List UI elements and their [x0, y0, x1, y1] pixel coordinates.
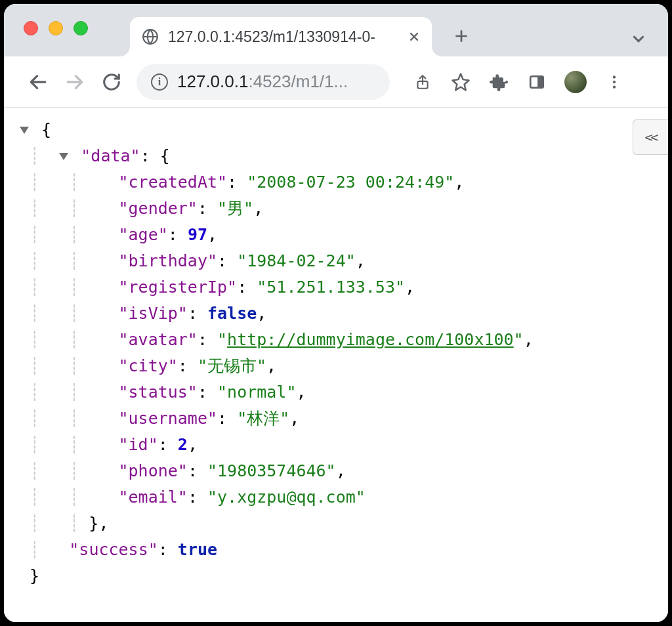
menu-button[interactable]	[604, 72, 625, 93]
json-field-status: ┊ ┊ "status": "normal",	[20, 379, 652, 406]
tab-title: 127.0.0.1:4523/m1/1330914-0-	[168, 28, 399, 46]
json-field-city: ┊ ┊ "city": "无锡市",	[20, 353, 652, 379]
extensions-button[interactable]	[488, 72, 509, 93]
json-success-line: ┊ "success": true	[20, 537, 652, 563]
minimize-window-button[interactable]	[49, 21, 63, 35]
close-window-button[interactable]	[24, 21, 38, 35]
json-data-open: ┊ "data": {	[20, 143, 652, 169]
reload-button[interactable]	[100, 70, 123, 94]
json-root-close: }	[20, 563, 652, 589]
json-data-close: ┊ ┊ },	[20, 511, 652, 537]
window-controls	[24, 21, 88, 35]
site-info-icon[interactable]: i	[151, 73, 168, 91]
json-field-email: ┊ ┊ "email": "y.xgzpu@qq.com"	[20, 484, 652, 511]
close-tab-button[interactable]	[408, 31, 420, 43]
json-field-registerIp: ┊ ┊ "registerIp": "51.251.133.53",	[20, 274, 652, 301]
json-root-open: {	[20, 117, 652, 143]
toolbar: i 127.0.0.1:4523/m1/1...	[4, 56, 668, 108]
json-link[interactable]: http://dummyimage.com/100x100	[227, 330, 514, 349]
svg-point-4	[613, 75, 616, 78]
svg-point-5	[613, 80, 616, 83]
svg-point-6	[613, 85, 616, 88]
json-viewer: << { ┊ "data": { ┊ ┊ "createdAt": "2008-…	[4, 108, 668, 622]
json-field-id: ┊ ┊ "id": 2,	[20, 432, 652, 458]
maximize-window-button[interactable]	[74, 21, 88, 35]
json-field-username: ┊ ┊ "username": "林洋",	[20, 406, 652, 432]
toolbar-actions	[412, 71, 625, 93]
profile-avatar[interactable]	[564, 71, 587, 93]
share-button[interactable]	[412, 72, 433, 93]
new-tab-button[interactable]	[444, 18, 479, 54]
collapse-panel-button[interactable]: <<	[633, 119, 668, 155]
browser-window: 127.0.0.1:4523/m1/1330914-0- i 127.0.0.1…	[4, 4, 668, 622]
back-button[interactable]	[26, 70, 50, 94]
address-bar[interactable]: i 127.0.0.1:4523/m1/1...	[136, 64, 390, 100]
active-tab[interactable]: 127.0.0.1:4523/m1/1330914-0-	[130, 17, 432, 56]
json-field-age: ┊ ┊ "age": 97,	[20, 222, 652, 248]
bookmark-button[interactable]	[450, 72, 471, 93]
toggle-icon[interactable]	[59, 153, 68, 160]
json-field-isVip: ┊ ┊ "isVip": false,	[20, 301, 652, 327]
url-text: 127.0.0.1:4523/m1/1...	[177, 72, 378, 92]
globe-icon	[142, 28, 159, 45]
json-field-gender: ┊ ┊ "gender": "男",	[20, 196, 652, 222]
json-field-phone: ┊ ┊ "phone": "19803574646",	[20, 458, 652, 484]
tab-overflow-button[interactable]	[629, 29, 648, 49]
toggle-icon[interactable]	[20, 127, 29, 134]
json-field-createdAt: ┊ ┊ "createdAt": "2008-07-23 00:24:49",	[20, 169, 652, 196]
side-panel-button[interactable]	[526, 72, 547, 93]
forward-button[interactable]	[63, 70, 87, 94]
svg-rect-3	[537, 76, 543, 87]
tabs: 127.0.0.1:4523/m1/1330914-0-	[130, 10, 479, 56]
json-field-avatar: ┊ ┊ "avatar": "http://dummyimage.com/100…	[20, 327, 652, 353]
json-field-birthday: ┊ ┊ "birthday": "1984-02-24",	[20, 248, 652, 274]
tab-strip: 127.0.0.1:4523/m1/1330914-0-	[4, 4, 668, 56]
